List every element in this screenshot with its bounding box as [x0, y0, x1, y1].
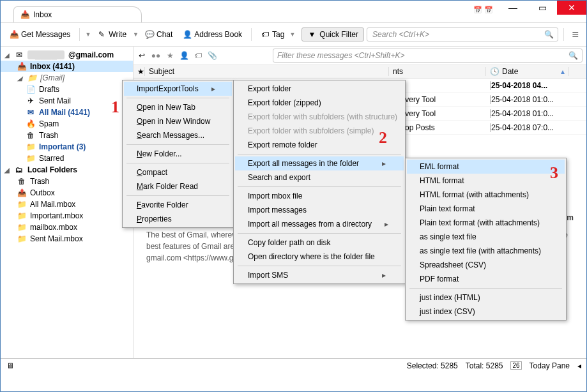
menu-separator [238, 186, 401, 187]
inbox-icon: 📥 [20, 10, 29, 19]
menu-item[interactable]: HTML format [407, 174, 565, 188]
sidebar-item-sentmail-mbox[interactable]: 📁Sent Mail.mbox [1, 233, 133, 245]
status-total: Total: 5285 [466, 361, 503, 370]
menu-item[interactable]: New Folder... [124, 147, 232, 161]
minimize-button[interactable]: — [498, 1, 528, 15]
menu-item[interactable]: Mark Folder Read [124, 179, 232, 193]
menu-item[interactable]: Favorite Folder [124, 198, 232, 212]
star-icon[interactable]: ★ [165, 51, 174, 60]
sidebar-item-starred[interactable]: 📁Starred [1, 153, 133, 164]
sidebar-item-trash[interactable]: 🗑Trash [1, 130, 133, 141]
export-format-submenu: EML formatHTML formatHTML format (with a… [405, 158, 567, 320]
sidebar-item-drafts[interactable]: 📄Drafts [1, 84, 133, 95]
col-star[interactable]: ★ [133, 67, 145, 76]
search-input[interactable]: Search <Ctrl+K>🔍 [367, 27, 558, 41]
tag-icon[interactable]: 🏷 [194, 51, 202, 60]
menu-item[interactable]: Import mbox file [235, 189, 404, 203]
drafts-icon: 📄 [26, 85, 35, 94]
maximize-button[interactable]: ▭ [528, 1, 557, 15]
reply-icon[interactable]: ↩ [137, 51, 146, 60]
get-messages-button[interactable]: 📥Get Messages [6, 27, 74, 41]
menu-item[interactable]: Open in New Window [124, 114, 232, 128]
menu-item[interactable]: Search Messages... [124, 128, 232, 142]
menu-item[interactable]: ImportExportTools [124, 82, 232, 96]
sidebar-item-local-trash[interactable]: 🗑Trash [1, 176, 133, 187]
menu-item[interactable]: as single text file (with attachments) [407, 244, 565, 258]
submenu-arrow-icon [382, 159, 386, 168]
funnel-icon: ▼ [307, 30, 316, 39]
chevron-left-icon[interactable]: ◂ [577, 361, 581, 370]
dropdown-icon[interactable]: ▼ [85, 31, 91, 38]
menu-item[interactable]: HTML format (with attachments) [407, 188, 565, 202]
write-button[interactable]: ✎Write [93, 27, 130, 41]
tab-label: Inbox [33, 10, 52, 19]
chat-button[interactable]: 💬Chat [141, 27, 176, 41]
today-pane-button[interactable]: Today Pane [530, 361, 570, 370]
menu-item[interactable]: Search and export [235, 170, 404, 185]
status-selected: Selected: 5285 [407, 361, 458, 370]
mail-icon: ✉ [26, 108, 35, 117]
folder-icon: 📁 [17, 200, 26, 209]
sidebar-item-allmail-mbox[interactable]: 📁All Mail.mbox [1, 199, 133, 210]
calendar-date-icon[interactable]: 26 [510, 361, 521, 370]
contact-icon[interactable]: 👤 [179, 51, 188, 60]
menu-button[interactable]: ≡ [569, 28, 581, 41]
submenu-arrow-icon [211, 84, 215, 93]
menu-item[interactable]: Plain text format (with attachments) [407, 216, 565, 230]
sidebar-item-outbox[interactable]: 📤Outbox [1, 187, 133, 199]
inbox-icon: 📥 [17, 62, 26, 71]
attachment-icon[interactable]: 📎 [208, 51, 217, 60]
menu-item[interactable]: Export folder (zipped) [235, 96, 404, 110]
unread-icon[interactable]: ●● [151, 51, 160, 60]
submenu-arrow-icon [385, 220, 388, 229]
menu-item[interactable]: Export all messages in the folder [235, 156, 404, 170]
menu-item[interactable]: Copy folder path on disk [235, 236, 404, 250]
menu-item[interactable]: just index (HTML) [407, 290, 565, 305]
sidebar-item-important-mbox[interactable]: 📁Important.mbox [1, 210, 133, 222]
menu-item[interactable]: Import SMS [235, 268, 404, 282]
close-button[interactable]: × [557, 1, 586, 15]
menu-separator [238, 233, 401, 234]
menu-item[interactable]: Import all messages from a directory [235, 217, 404, 231]
menu-item[interactable]: EML format [407, 160, 565, 174]
filter-input[interactable]: Filter these messages <Ctrl+Shift+K>🔍 [273, 49, 583, 63]
sidebar-item-spam[interactable]: 🔥Spam [1, 118, 133, 130]
menu-item[interactable]: just index (CSV) [407, 305, 565, 319]
col-date[interactable]: 🕓Date▴ [486, 67, 569, 76]
folder-icon: 📁 [27, 73, 36, 82]
main-toolbar: 📥Get Messages ▼ ✎Write ▼ 💬Chat 👤Address … [1, 22, 586, 47]
sidebar-item-mailbox-mbox[interactable]: 📁mailbox.mbox [1, 222, 133, 233]
menu-item[interactable]: Spreadsheet (CSV) [407, 258, 565, 272]
trash-icon: 🗑 [26, 131, 35, 140]
dropdown-icon[interactable]: ▼ [133, 31, 139, 38]
local-folders-row[interactable]: ◢🗂Local Folders [1, 164, 133, 176]
menu-item[interactable]: Properties [124, 212, 232, 226]
menu-item[interactable]: Open directory where is the folder file [235, 250, 404, 264]
address-book-button[interactable]: 👤Address Book [179, 27, 246, 41]
calendar-widget[interactable]: 📅 📅 [473, 6, 493, 14]
col-subject[interactable]: Subject [145, 67, 389, 76]
menu-item[interactable]: Import messages [235, 203, 404, 217]
menu-item[interactable]: Compact [124, 165, 232, 179]
message-list-header: ★ Subject nts 🕓Date▴ [133, 64, 586, 79]
search-icon: 🔍 [568, 51, 578, 60]
menu-item[interactable]: Plain text format [407, 202, 565, 216]
sidebar-item-important[interactable]: 📁Important (3) [1, 141, 133, 153]
menu-item[interactable]: as single text file [407, 230, 565, 244]
pencil-icon: ✎ [97, 30, 106, 39]
sidebar-item-gmail[interactable]: ◢📁[Gmail] [1, 72, 133, 84]
tag-button[interactable]: 🏷Tag▼ [257, 27, 299, 41]
download-icon: 📥 [10, 30, 19, 39]
clock-icon [490, 81, 491, 90]
menu-item[interactable]: Export folder [235, 82, 404, 96]
col-correspondents[interactable]: nts [389, 67, 486, 76]
quick-filter-button[interactable]: ▼Quick Filter [301, 27, 364, 41]
account-row[interactable]: ◢✉████@gmail.com [1, 49, 133, 61]
folder-sidebar: ◢✉████@gmail.com 📥Inbox (4141) ◢📁[Gmail]… [1, 47, 133, 358]
person-icon: 👤 [183, 30, 192, 39]
menu-item[interactable]: Open in New Tab [124, 100, 232, 114]
sidebar-item-inbox[interactable]: 📥Inbox (4141) [1, 61, 133, 72]
menu-item[interactable]: PDF format [407, 272, 565, 286]
tab-inbox[interactable]: 📥 Inbox [13, 6, 142, 22]
activity-icon[interactable]: 🖥 [6, 361, 15, 370]
